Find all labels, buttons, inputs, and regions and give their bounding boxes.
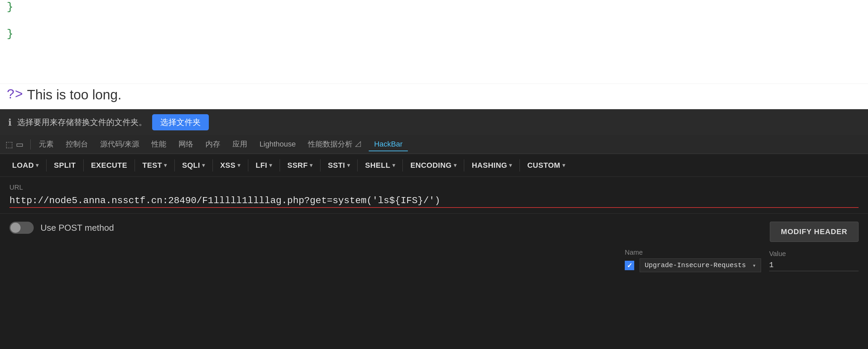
tab-performance-insights[interactable]: 性能数据分析 ⊿: [303, 137, 367, 152]
php-message-text: This is too long.: [27, 87, 121, 102]
post-method-label: Use POST method: [40, 223, 114, 233]
header-fields: Name ✓ Upgrade-Insecure-Requests ▾ Value: [625, 249, 859, 272]
sqli-dropdown-arrow: ▾: [202, 162, 205, 168]
tab-memory[interactable]: 内存: [200, 137, 226, 152]
hackbar-encoding-button[interactable]: ENCODING ▾: [403, 158, 463, 173]
encoding-dropdown-arrow: ▾: [454, 162, 457, 168]
hackbar-test-button[interactable]: TEST ▾: [136, 158, 174, 173]
toolbar-divider: [46, 159, 47, 171]
url-label: URL: [9, 184, 859, 191]
hackbar-execute-button[interactable]: EXECUTE: [84, 158, 134, 173]
ssrf-dropdown-arrow: ▾: [310, 162, 313, 168]
php-message-bar: ?> This is too long.: [0, 84, 868, 109]
ssti-dropdown-arrow: ▾: [347, 162, 350, 168]
tab-network[interactable]: 网络: [173, 137, 199, 152]
load-dropdown-arrow: ▾: [36, 162, 39, 168]
info-bar-message: 选择要用来存储替换文件的文件夹。: [17, 117, 147, 128]
hashing-dropdown-arrow: ▾: [509, 162, 512, 168]
toggle-knob: [10, 223, 21, 233]
tab-lighthouse[interactable]: Lighthouse: [254, 138, 301, 151]
tab-elements[interactable]: 元素: [33, 137, 59, 152]
code-line-brace-close: }: [7, 1, 13, 13]
header-value-input[interactable]: [769, 260, 859, 271]
modify-header-button[interactable]: MODIFY HEADER: [770, 222, 859, 242]
xss-dropdown-arrow: ▾: [237, 162, 241, 168]
toolbar-divider-8: [320, 159, 320, 171]
post-method-section: Use POST method: [9, 222, 114, 234]
toolbar-divider-2: [83, 159, 84, 171]
info-icon: ℹ: [8, 117, 12, 128]
inspect-icon[interactable]: ⬚: [5, 140, 13, 149]
header-name-label: Name: [625, 249, 761, 256]
toolbar-divider-9: [357, 159, 358, 171]
hackbar-shell-button[interactable]: SHELL ▾: [358, 158, 402, 173]
toolbar-divider-5: [213, 159, 213, 171]
lfi-dropdown-arrow: ▾: [269, 162, 272, 168]
code-editor: } }: [0, 0, 868, 84]
shell-dropdown-arrow: ▾: [392, 162, 395, 168]
hackbar-lfi-button[interactable]: LFI ▾: [249, 158, 279, 173]
select-folder-button[interactable]: 选择文件夹: [152, 114, 209, 130]
tab-performance[interactable]: 性能: [146, 137, 172, 152]
checkmark-icon: ✓: [627, 261, 633, 269]
devtools-tab-bar: ⬚ ▭ 元素 控制台 源代码/来源 性能 网络 内存 应用 Lighthouse…: [0, 135, 868, 154]
tab-sources[interactable]: 源代码/来源: [95, 137, 145, 152]
hackbar-hashing-button[interactable]: HASHING ▾: [465, 158, 519, 173]
device-icon[interactable]: ▭: [16, 140, 24, 149]
hackbar-load-button[interactable]: LOAD ▾: [5, 158, 46, 173]
toolbar-divider-6: [248, 159, 248, 171]
header-checkbox[interactable]: ✓: [625, 261, 634, 270]
php-closing-tag: ?>: [7, 87, 23, 102]
bottom-controls: Use POST method MODIFY HEADER Name ✓ Upg…: [0, 214, 868, 280]
custom-dropdown-arrow: ▾: [562, 162, 565, 168]
tab-console[interactable]: 控制台: [60, 137, 93, 152]
checkbox-wrapper: ✓ Upgrade-Insecure-Requests ▾: [625, 258, 761, 272]
header-name-value: Upgrade-Insecure-Requests: [645, 261, 746, 269]
test-dropdown-arrow: ▾: [164, 162, 167, 168]
url-input[interactable]: [9, 194, 859, 208]
hackbar-ssti-button[interactable]: SSTI ▾: [321, 158, 357, 173]
header-value-group: Value: [769, 250, 859, 271]
tab-application[interactable]: 应用: [227, 137, 253, 152]
hackbar-xss-button[interactable]: XSS ▾: [214, 158, 247, 173]
toolbar-divider-3: [135, 159, 135, 171]
hackbar-custom-button[interactable]: CUSTOM ▾: [521, 158, 572, 173]
header-name-arrow: ▾: [752, 262, 756, 269]
hackbar-ssrf-button[interactable]: SSRF ▾: [281, 158, 319, 173]
toolbar-divider-4: [174, 159, 175, 171]
modify-header-section: MODIFY HEADER Name ✓ Upgrade-Insecure-Re…: [625, 222, 859, 272]
tab-hackbar[interactable]: HackBar: [369, 138, 408, 151]
toolbar-divider-10: [402, 159, 403, 171]
header-value-label: Value: [769, 250, 859, 258]
url-section: URL: [0, 177, 868, 214]
toolbar-divider-7: [280, 159, 280, 171]
header-name-select[interactable]: Upgrade-Insecure-Requests ▾: [640, 258, 761, 272]
devtools-icons: ⬚ ▭: [5, 140, 24, 149]
toolbar-divider-11: [464, 159, 464, 171]
code-line-outer-brace: }: [7, 28, 13, 40]
hackbar-sqli-button[interactable]: SQLI ▾: [175, 158, 212, 173]
hackbar-toolbar: LOAD ▾ SPLIT EXECUTE TEST ▾ SQLI ▾ XSS ▾…: [0, 154, 868, 177]
info-bar: ℹ 选择要用来存储替换文件的文件夹。 选择文件夹: [0, 109, 868, 135]
header-name-group: Name ✓ Upgrade-Insecure-Requests ▾: [625, 249, 761, 272]
post-method-toggle[interactable]: [9, 222, 34, 234]
toolbar-divider-12: [520, 159, 520, 171]
hackbar-split-button[interactable]: SPLIT: [47, 158, 83, 173]
tab-separator: [30, 139, 31, 150]
